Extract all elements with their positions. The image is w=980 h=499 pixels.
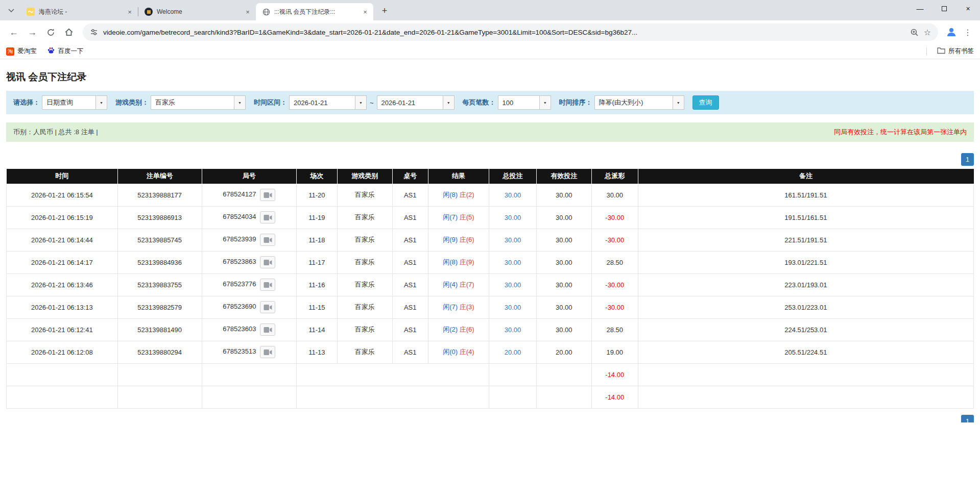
chevron-down-icon[interactable]: ▼ <box>355 96 366 109</box>
cell-game-type: 百家乐 <box>337 296 392 318</box>
date-start-input[interactable]: 2026-01-21 ▼ <box>289 95 367 110</box>
bookmark-star-icon[interactable]: ☆ <box>924 28 931 37</box>
cell-result: 闲(0) 庄(4) <box>428 341 489 363</box>
table-row: 2026-01-21 06:14:17 523139884936 6785238… <box>7 251 974 273</box>
video-replay-icon[interactable] <box>260 279 275 291</box>
page-number-button[interactable]: 1 <box>961 415 974 422</box>
cell-table-no: AS1 <box>392 206 428 229</box>
cell-game-type: 百家乐 <box>337 273 392 296</box>
subtotal-count: 8 <box>117 363 202 386</box>
cell-bet-id: 523139884936 <box>117 251 202 273</box>
cell-result: 闲(4) 庄(7) <box>428 273 489 296</box>
globe-icon <box>262 8 270 16</box>
refresh-button[interactable] <box>42 23 59 41</box>
bookmark-taobao[interactable]: 淘 爱淘宝 <box>6 47 37 56</box>
chevron-down-icon[interactable]: ▼ <box>443 96 454 109</box>
per-page-dropdown[interactable]: 100 ▼ <box>498 95 551 110</box>
cell-time: 2026-01-21 06:13:46 <box>7 273 118 296</box>
total-empty <box>202 386 297 408</box>
chevron-down-icon[interactable]: ▼ <box>539 96 551 109</box>
site-info-icon[interactable] <box>90 28 98 36</box>
cell-session: 11-16 <box>297 273 338 296</box>
all-bookmarks-button[interactable]: 所有书签 <box>937 47 974 56</box>
cell-total-bet[interactable]: 30.00 <box>489 184 537 206</box>
tab-search-button[interactable] <box>4 4 18 18</box>
maximize-button[interactable] <box>932 0 956 17</box>
close-tab-icon[interactable]: × <box>126 8 134 16</box>
cell-table-no: AS1 <box>392 184 428 206</box>
video-replay-icon[interactable] <box>260 323 275 336</box>
result-banker: 庄(4) <box>460 348 474 356</box>
result-banker: 庄(3) <box>460 303 474 311</box>
header-result: 结果 <box>428 169 489 184</box>
page-number-button[interactable]: 1 <box>961 153 974 166</box>
cell-note: 221.51/191.51 <box>638 229 973 251</box>
bookmark-baidu[interactable]: 百度一下 <box>47 46 84 56</box>
cell-round-id: 678523603 <box>202 318 297 341</box>
table-row: 2026-01-21 06:12:08 523139880294 6785235… <box>7 341 974 363</box>
table-row: 2026-01-21 06:12:41 523139881490 6785236… <box>7 318 974 341</box>
bookmark-label: 爱淘宝 <box>17 47 37 56</box>
cell-total-bet[interactable]: 30.00 <box>489 273 537 296</box>
video-replay-icon[interactable] <box>260 234 275 246</box>
bookmarks-bar: 淘 爱淘宝 百度一下 所有书签 <box>0 44 980 59</box>
subtotal-empty <box>638 363 973 386</box>
filter-bar: 请选择： 日期查询 ▼ 游戏类别： 百家乐 ▼ 时间区间： 2026-01-21… <box>6 91 974 114</box>
sort-order-dropdown[interactable]: 降幂(由大到小) ▼ <box>594 95 684 110</box>
close-tab-icon[interactable]: × <box>244 8 252 16</box>
back-button[interactable]: ← <box>5 23 22 41</box>
cell-note: 161.51/191.51 <box>638 184 973 206</box>
browser-menu-icon[interactable]: ⋮ <box>961 24 975 40</box>
date-end-input[interactable]: 2026-01-21 ▼ <box>377 95 455 110</box>
game-type-dropdown[interactable]: 百家乐 ▼ <box>151 95 246 110</box>
video-replay-icon[interactable] <box>260 189 275 201</box>
video-replay-icon[interactable] <box>260 256 275 268</box>
new-tab-button[interactable]: + <box>377 4 392 18</box>
cell-time: 2026-01-21 06:14:44 <box>7 229 118 251</box>
cell-total-bet[interactable]: 30.00 <box>489 318 537 341</box>
cell-payout: 19.00 <box>591 341 638 363</box>
cell-total-bet[interactable]: 30.00 <box>489 251 537 273</box>
cell-payout: -30.00 <box>591 296 638 318</box>
zoom-icon[interactable] <box>910 28 919 37</box>
cell-table-no: AS1 <box>392 318 428 341</box>
window-controls: — × <box>908 0 980 17</box>
tab-haiyan-forum[interactable]: 海燕论坛 - × <box>20 3 138 20</box>
url-text: videoie.com/game/betrecord_search/kind3?… <box>103 29 905 36</box>
cell-result: 闲(7) 庄(3) <box>428 296 489 318</box>
cell-total-bet[interactable]: 20.00 <box>489 341 537 363</box>
cell-note: 224.51/253.01 <box>638 318 973 341</box>
round-id-text: 678523939 <box>223 235 256 243</box>
header-round-id: 局号 <box>202 169 297 184</box>
subtotal-row: 小计 8 230.00 230.00 -14.00 <box>7 363 974 386</box>
search-button[interactable]: 查询 <box>692 95 719 110</box>
tab-betrecord[interactable]: :::视讯 会员下注纪录::: × <box>256 3 373 20</box>
video-replay-icon[interactable] <box>260 346 275 358</box>
query-type-dropdown[interactable]: 日期查询 ▼ <box>42 95 107 110</box>
cell-total-bet[interactable]: 30.00 <box>489 206 537 229</box>
header-table-no: 桌号 <box>392 169 428 184</box>
cell-table-no: AS1 <box>392 251 428 273</box>
close-window-button[interactable]: × <box>956 0 980 17</box>
close-tab-icon[interactable]: × <box>361 8 369 16</box>
cell-valid-bet: 30.00 <box>536 251 591 273</box>
chevron-down-icon[interactable]: ▼ <box>234 96 245 109</box>
cell-total-bet[interactable]: 30.00 <box>489 296 537 318</box>
all-bookmarks-label: 所有书签 <box>948 47 974 56</box>
tab-welcome[interactable]: Welcome × <box>138 3 256 20</box>
profile-button[interactable] <box>943 24 960 40</box>
minimize-button[interactable]: — <box>908 0 932 17</box>
total-empty <box>297 386 489 408</box>
video-replay-icon[interactable] <box>260 301 275 313</box>
chevron-down-icon[interactable]: ▼ <box>95 96 107 109</box>
cell-table-no: AS1 <box>392 229 428 251</box>
result-player: 闲(7) <box>443 303 458 311</box>
video-replay-icon[interactable] <box>260 211 275 223</box>
cell-total-bet[interactable]: 30.00 <box>489 229 537 251</box>
total-row: 总计 8 230.00 230.00 -14.00 <box>7 386 974 408</box>
currency-total-summary: 币别：人民币 | 总共 :8 注单 | <box>13 128 98 137</box>
chevron-down-icon[interactable]: ▼ <box>673 96 684 109</box>
home-button[interactable] <box>60 23 78 41</box>
forward-button[interactable]: → <box>23 23 41 41</box>
address-bar[interactable]: videoie.com/game/betrecord_search/kind3?… <box>83 23 938 41</box>
